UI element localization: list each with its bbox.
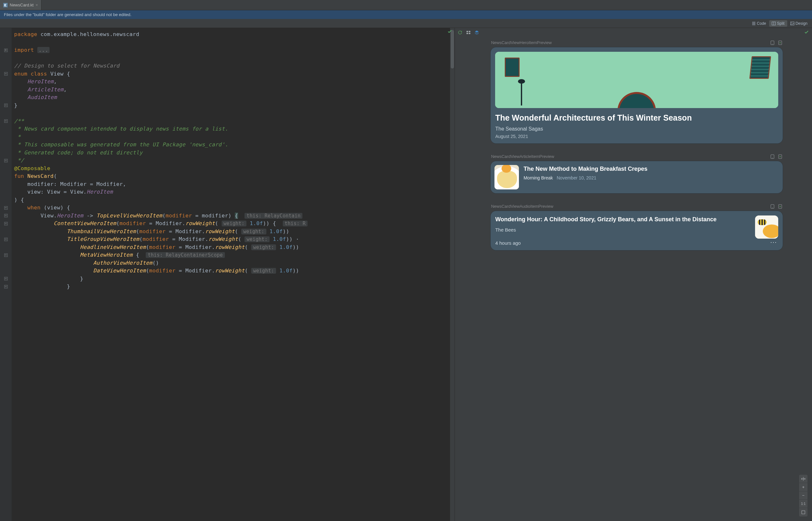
svg-rect-5 xyxy=(467,31,468,32)
hero-author: The Seasonal Sagas xyxy=(495,126,778,132)
editor-tabs: NewsCard.kt × xyxy=(0,0,812,10)
list-icon xyxy=(752,22,756,25)
more-icon[interactable]: ⋮ xyxy=(770,239,777,246)
device-icon[interactable] xyxy=(770,204,775,209)
fold-icon[interactable] xyxy=(4,49,8,52)
device-icon[interactable] xyxy=(770,154,775,159)
viewmode-split-label: Split xyxy=(777,21,784,26)
zoom-ratio[interactable]: 1:1 xyxy=(799,500,808,508)
image-icon xyxy=(790,22,794,25)
svg-point-16 xyxy=(772,207,773,208)
pan-icon[interactable] xyxy=(799,475,808,483)
preview-label: NewsCardViewHeroItemPreview xyxy=(491,40,551,45)
article-headline: The New Method to Making Breakfast Crepe… xyxy=(523,165,647,173)
refresh-icon[interactable] xyxy=(457,30,463,35)
svg-point-10 xyxy=(772,44,773,44)
fold-icon[interactable] xyxy=(4,238,8,241)
svg-rect-8 xyxy=(469,33,470,34)
svg-rect-18 xyxy=(802,511,805,514)
toggle-layout-icon[interactable] xyxy=(466,30,471,35)
notice-text: Files under the "build" folder are gener… xyxy=(4,12,132,17)
viewmode-code-label: Code xyxy=(757,21,766,26)
inspection-ok-icon[interactable] xyxy=(448,29,452,35)
preview-article: NewsCardViewArticleItemPreview The New M… xyxy=(490,154,783,194)
preview-label: NewsCardViewArticleItemPreview xyxy=(491,154,554,159)
run-preview-icon[interactable] xyxy=(778,41,783,45)
svg-point-4 xyxy=(791,23,792,23)
run-preview-icon[interactable] xyxy=(778,204,783,209)
article-thumbnail xyxy=(494,165,519,189)
fold-icon[interactable] xyxy=(4,119,8,123)
hero-headline: The Wonderful Architectures of This Wint… xyxy=(495,113,778,123)
preview-toolbar xyxy=(455,28,812,37)
close-icon[interactable]: × xyxy=(36,3,38,7)
fold-icon[interactable] xyxy=(4,277,8,280)
hero-thumbnail xyxy=(495,52,778,108)
code-editor[interactable]: package com.example.hellonews.newscard i… xyxy=(0,28,455,521)
fold-icon[interactable] xyxy=(4,222,8,225)
preview-audio: NewsCardViewAudioItemPreview Wondering H… xyxy=(490,204,783,251)
svg-point-13 xyxy=(772,158,773,158)
viewmode-code[interactable]: Code xyxy=(749,20,769,27)
zoom-controls: + − 1:1 xyxy=(799,475,808,517)
viewmode-design[interactable]: Design xyxy=(788,20,810,27)
preview-label: NewsCardViewAudioItemPreview xyxy=(491,204,553,209)
layers-icon[interactable] xyxy=(474,30,479,35)
viewmode-design-label: Design xyxy=(796,21,808,26)
hero-card: The Wonderful Architectures of This Wint… xyxy=(490,47,783,144)
audio-card: Wondering Hour: A Childhood Story, Grizz… xyxy=(490,211,783,251)
fold-icon[interactable] xyxy=(4,214,8,218)
audio-time: 4 hours ago xyxy=(495,240,750,246)
hero-date: August 25, 2021 xyxy=(495,134,778,139)
preview-ok-icon xyxy=(804,30,809,36)
editor-gutter[interactable] xyxy=(0,28,12,521)
tab-newscard[interactable]: NewsCard.kt × xyxy=(0,0,42,10)
device-icon[interactable] xyxy=(770,41,775,45)
viewmode-split[interactable]: Split xyxy=(769,20,787,27)
audio-thumbnail xyxy=(755,216,778,239)
fold-icon[interactable] xyxy=(4,253,8,257)
preview-hero: NewsCardViewHeroItemPreview xyxy=(490,40,783,144)
editor-scrollbar[interactable] xyxy=(450,28,455,521)
fold-icon[interactable] xyxy=(4,206,8,210)
run-preview-icon[interactable] xyxy=(778,154,783,159)
kotlin-file-icon xyxy=(3,3,8,7)
scrollbar-thumb[interactable] xyxy=(451,30,454,68)
zoom-out-button[interactable]: − xyxy=(799,492,808,500)
fold-icon[interactable] xyxy=(4,285,8,289)
audio-headline: Wondering Hour: A Childhood Story, Grizz… xyxy=(495,216,750,223)
preview-surface[interactable]: NewsCardViewHeroItemPreview xyxy=(455,37,812,521)
build-folder-warning: Files under the "build" folder are gener… xyxy=(0,10,812,19)
article-author: Morning Break xyxy=(523,175,553,180)
svg-rect-7 xyxy=(467,33,468,34)
zoom-fit-button[interactable] xyxy=(799,508,808,517)
article-date: November 10, 2021 xyxy=(557,175,596,180)
fold-icon[interactable] xyxy=(4,159,8,162)
fold-icon[interactable] xyxy=(4,72,8,75)
audio-author: The Bees xyxy=(495,227,750,232)
split-icon xyxy=(772,22,776,25)
svg-rect-6 xyxy=(469,31,470,32)
fold-icon[interactable] xyxy=(4,104,8,107)
zoom-in-button[interactable]: + xyxy=(799,483,808,492)
tab-label: NewsCard.kt xyxy=(10,3,33,7)
compose-preview-pane: NewsCardViewHeroItemPreview xyxy=(455,28,812,521)
source-code[interactable]: package com.example.hellonews.newscard i… xyxy=(14,30,455,291)
viewmode-bar: Code Split Design xyxy=(0,19,812,28)
article-card: The New Method to Making Breakfast Crepe… xyxy=(490,161,783,194)
